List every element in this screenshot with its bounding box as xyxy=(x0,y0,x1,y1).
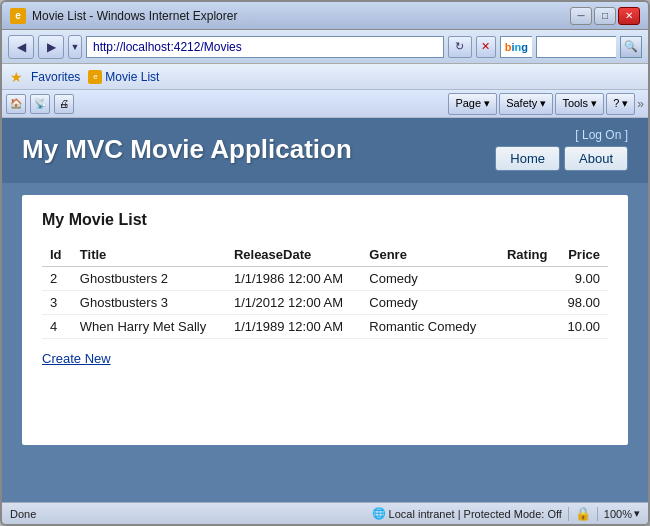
cell-genre: Comedy xyxy=(361,291,494,315)
col-title: Title xyxy=(72,243,226,267)
cell-rating xyxy=(494,267,555,291)
favorites-star-icon: ★ xyxy=(10,69,23,85)
cell-release-date: 1/1/1989 12:00 AM xyxy=(226,315,361,339)
favorites-movie-list[interactable]: e Movie List xyxy=(88,70,159,84)
cell-genre: Romantic Comedy xyxy=(361,315,494,339)
col-price: Price xyxy=(555,243,608,267)
cell-id: 4 xyxy=(42,315,72,339)
cell-rating xyxy=(494,315,555,339)
zoom-level: 100% xyxy=(604,508,632,520)
stop-button[interactable]: ✕ xyxy=(476,36,496,58)
browser-icon: e xyxy=(10,8,26,24)
cell-genre: Comedy xyxy=(361,267,494,291)
login-link[interactable]: [ Log On ] xyxy=(575,128,628,142)
col-genre: Genre xyxy=(361,243,494,267)
cell-price: 98.00 xyxy=(555,291,608,315)
table-row: 3 Ghostbusters 3 1/1/2012 12:00 AM Comed… xyxy=(42,291,608,315)
minimize-button[interactable]: ─ xyxy=(570,7,592,25)
content-heading: My Movie List xyxy=(42,211,608,229)
recent-pages-button[interactable]: ▼ xyxy=(68,35,82,59)
table-header-row: Id Title ReleaseDate Genre Rating Price xyxy=(42,243,608,267)
help-button[interactable]: ? ▾ xyxy=(606,93,635,115)
col-release-date: ReleaseDate xyxy=(226,243,361,267)
bing-search-input[interactable] xyxy=(536,36,616,58)
status-divider-2 xyxy=(597,507,598,521)
movie-list-fav-label: Movie List xyxy=(105,70,159,84)
zoom-control[interactable]: 100% ▾ xyxy=(604,507,640,520)
address-input[interactable] xyxy=(86,36,444,58)
refresh-button[interactable]: ↻ xyxy=(448,36,472,58)
print-icon[interactable]: 🖨 xyxy=(54,94,74,114)
status-bar: Done 🌐 Local intranet | Protected Mode: … xyxy=(2,502,648,524)
cell-id: 3 xyxy=(42,291,72,315)
security-icon: 🔒 xyxy=(575,506,591,521)
table-row: 2 Ghostbusters 2 1/1/1986 12:00 AM Comed… xyxy=(42,267,608,291)
status-zone: 🌐 Local intranet | Protected Mode: Off xyxy=(372,507,562,520)
page-content: My MVC Movie Application [ Log On ] Home… xyxy=(2,118,648,502)
toolbar-more-icon[interactable]: » xyxy=(637,97,644,111)
cell-release-date: 1/1/1986 12:00 AM xyxy=(226,267,361,291)
cell-release-date: 1/1/2012 12:00 AM xyxy=(226,291,361,315)
window-title: Movie List - Windows Internet Explorer xyxy=(32,9,570,23)
cell-rating xyxy=(494,291,555,315)
forward-button[interactable]: ▶ xyxy=(38,35,64,59)
title-bar: e Movie List - Windows Internet Explorer… xyxy=(2,2,648,30)
tools-button[interactable]: Tools ▾ xyxy=(555,93,604,115)
nav-buttons: Home About xyxy=(495,146,628,171)
safety-button[interactable]: Safety ▾ xyxy=(499,93,553,115)
toolbar: 🏠 📡 🖨 Page ▾ Safety ▾ Tools ▾ ? ▾ » xyxy=(2,90,648,118)
maximize-button[interactable]: □ xyxy=(594,7,616,25)
create-new-link[interactable]: Create New xyxy=(42,351,111,366)
col-id: Id xyxy=(42,243,72,267)
back-button[interactable]: ◀ xyxy=(8,35,34,59)
favorites-label[interactable]: Favorites xyxy=(31,70,80,84)
favorites-bar: ★ Favorites e Movie List xyxy=(2,64,648,90)
main-content: My Movie List Id Title ReleaseDate Genre… xyxy=(2,183,648,502)
cell-price: 10.00 xyxy=(555,315,608,339)
page-button[interactable]: Page ▾ xyxy=(448,93,497,115)
bing-logo: bing xyxy=(500,36,532,58)
status-right: 🌐 Local intranet | Protected Mode: Off 🔒… xyxy=(372,506,640,521)
home-toolbar-icon[interactable]: 🏠 xyxy=(6,94,26,114)
movies-table: Id Title ReleaseDate Genre Rating Price … xyxy=(42,243,608,339)
cell-title: When Harry Met Sally xyxy=(72,315,226,339)
rss-icon[interactable]: 📡 xyxy=(30,94,50,114)
about-nav-button[interactable]: About xyxy=(564,146,628,171)
window-controls: ─ □ ✕ xyxy=(570,7,640,25)
zone-icon: 🌐 xyxy=(372,507,386,520)
movie-list-fav-icon: e xyxy=(88,70,102,84)
home-nav-button[interactable]: Home xyxy=(495,146,560,171)
content-box: My Movie List Id Title ReleaseDate Genre… xyxy=(22,195,628,445)
app-header: My MVC Movie Application [ Log On ] Home… xyxy=(2,118,648,183)
bing-search-button[interactable]: 🔍 xyxy=(620,36,642,58)
zone-text: Local intranet | Protected Mode: Off xyxy=(389,508,562,520)
cell-id: 2 xyxy=(42,267,72,291)
browser-window: e Movie List - Windows Internet Explorer… xyxy=(0,0,650,526)
zoom-arrow-icon: ▾ xyxy=(634,507,640,520)
col-rating: Rating xyxy=(494,243,555,267)
close-button[interactable]: ✕ xyxy=(618,7,640,25)
table-row: 4 When Harry Met Sally 1/1/1989 12:00 AM… xyxy=(42,315,608,339)
cell-price: 9.00 xyxy=(555,267,608,291)
address-bar: ◀ ▶ ▼ ↻ ✕ bing 🔍 xyxy=(2,30,648,64)
cell-title: Ghostbusters 2 xyxy=(72,267,226,291)
cell-title: Ghostbusters 3 xyxy=(72,291,226,315)
status-divider xyxy=(568,507,569,521)
app-title: My MVC Movie Application xyxy=(22,134,352,165)
status-text: Done xyxy=(10,508,372,520)
